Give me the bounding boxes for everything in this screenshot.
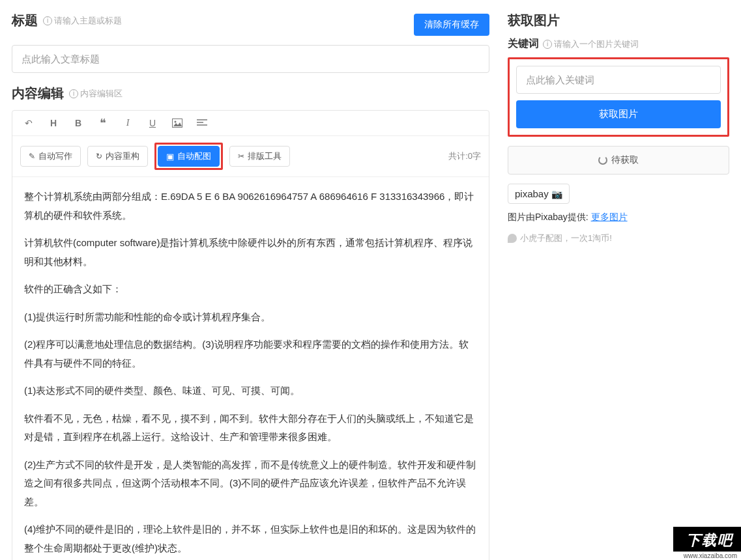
paragraph: (1)表达形式不同的硬件类型、颜色、味道、可见、可摸、可闻。 [24, 382, 477, 400]
title-heading: 标题 [12, 12, 38, 29]
title-input[interactable] [12, 45, 489, 73]
image-icon[interactable] [171, 117, 183, 129]
paragraph: (4)维护不同的硬件是旧的，理论上软件是旧的，并不坏，但实际上软件也是旧的和坏的… [24, 520, 477, 557]
keyword-hint: i 请输入一个图片关键词 [543, 38, 639, 50]
undo-icon[interactable]: ↶ [23, 117, 35, 129]
title-hint: i 请输入主题或标题 [43, 15, 122, 27]
word-count: 共计:0字 [448, 150, 481, 162]
paragraph: 整个计算机系统由两部分组成：E.69DA 5 E 6 BA 9062616964… [24, 188, 477, 225]
clear-cache-button[interactable]: 清除所有缓存 [414, 14, 489, 36]
paragraph: 计算机软件(computer software)是指计算机系统中除硬件以外的所有… [24, 234, 477, 271]
left-panel: 标题 i 请输入主题或标题 清除所有缓存 内容编辑 i 内容编辑区 ↶ H B … [12, 12, 489, 560]
bold-icon[interactable]: B [72, 117, 84, 129]
watermark: 下载吧 www.xiazaiba.com [673, 527, 741, 560]
format-toolbar: ↶ H B ❝ I U [12, 111, 489, 136]
svg-point-1 [175, 121, 177, 123]
coin-icon [508, 234, 517, 243]
paragraph: (1)提供运行时所需功能和性能的命令或计算机程序集合。 [24, 308, 477, 327]
tools-icon: ✂ [238, 152, 244, 161]
heading-icon[interactable]: H [48, 117, 59, 129]
auto-image-button[interactable]: ▣自动配图 [158, 146, 220, 167]
info-icon: i [43, 16, 52, 25]
content-hint: i 内容编辑区 [69, 88, 123, 100]
spinner-icon [598, 156, 607, 165]
info-icon: i [543, 40, 552, 49]
restructure-button[interactable]: ↻内容重构 [87, 146, 148, 167]
pencil-icon: ✎ [29, 152, 35, 161]
paragraph: 软件看不见，无色，枯燥，看不见，摸不到，闻不到。软件大部分存在于人们的头脑或纸上… [24, 410, 477, 447]
quote-icon[interactable]: ❝ [97, 117, 109, 129]
pixabay-logo: pixabay 📷 [508, 184, 570, 204]
cost-note: 小虎子配图，一次1淘币! [508, 232, 729, 244]
keyword-input[interactable] [516, 66, 721, 94]
align-icon[interactable] [196, 117, 208, 129]
more-images-link[interactable]: 更多图片 [591, 212, 628, 222]
image-small-icon: ▣ [166, 152, 174, 161]
layout-tool-button[interactable]: ✂排版工具 [229, 146, 290, 167]
editor-box: ↶ H B ❝ I U ✎自动写作 ↻内容重构 ▣自动配图 ✂排版工具 [12, 110, 489, 560]
highlight-box: ▣自动配图 [154, 143, 223, 170]
right-panel: 获取图片 关键词 i 请输入一个图片关键词 获取图片 待获取 pixabay 📷… [508, 12, 729, 560]
get-image-heading: 获取图片 [508, 12, 560, 29]
action-toolbar: ✎自动写作 ↻内容重构 ▣自动配图 ✂排版工具 共计:0字 [12, 136, 489, 177]
status-pending[interactable]: 待获取 [508, 146, 729, 175]
provider-info: 图片由Pixabay提供: 更多图片 [508, 212, 729, 223]
italic-icon[interactable]: I [122, 117, 134, 129]
paragraph: (2)生产方式不同的软件是开发，是人类智能的高发挥，而不是传统意义上的硬件制造。… [24, 456, 477, 512]
refresh-icon: ↻ [96, 152, 102, 161]
keyword-label: 关键词 [508, 37, 539, 51]
underline-icon[interactable]: U [147, 117, 158, 129]
editor-content[interactable]: 整个计算机系统由两部分组成：E.69DA 5 E 6 BA 9062616964… [12, 177, 489, 560]
content-heading: 内容编辑 [12, 85, 64, 102]
info-icon: i [69, 89, 78, 98]
paragraph: 软件的正确含义如下： [24, 280, 477, 299]
camera-icon: 📷 [551, 189, 562, 199]
get-image-button[interactable]: 获取图片 [516, 100, 721, 128]
paragraph: (2)程序可以满意地处理信息的数据结构。(3)说明程序功能要求和程序需要的文档的… [24, 335, 477, 372]
keyword-highlight-frame: 获取图片 [508, 57, 729, 137]
auto-write-button[interactable]: ✎自动写作 [20, 146, 81, 167]
